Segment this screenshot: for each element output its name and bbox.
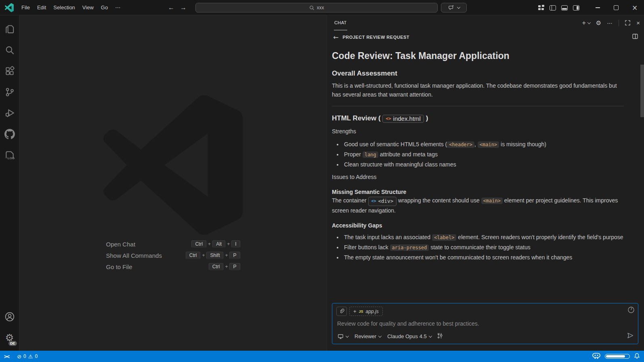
tools-icon[interactable]: [436, 333, 443, 341]
context-picker[interactable]: [336, 333, 350, 340]
section-heading: Overall Assessment: [332, 69, 624, 78]
warning-count: 0: [35, 354, 38, 359]
window-minimize-button[interactable]: [588, 0, 607, 15]
js-file-icon: JS: [359, 309, 363, 314]
maximize-panel-icon[interactable]: [625, 20, 631, 26]
chat-settings-icon[interactable]: ⚙: [596, 19, 601, 27]
inline-code: <main>: [478, 141, 499, 148]
workbench: LOG ⚙ DE Open ChatCtrl+Alt+IShow All Com…: [0, 15, 644, 351]
search-sidebar-icon[interactable]: [0, 40, 19, 61]
bullet-item: Clean structure with meaningful class na…: [343, 160, 624, 169]
menu-file[interactable]: File: [18, 2, 34, 13]
chat-input-text[interactable]: Review code for quality and adherence to…: [337, 320, 633, 327]
source-control-icon[interactable]: [0, 82, 19, 103]
shortcut-keys: Ctrl+Shift+P: [186, 252, 240, 259]
customize-layout-icon[interactable]: [538, 5, 544, 11]
attachments-row: + JS app.js: [336, 307, 634, 316]
menu-go[interactable]: Go: [97, 2, 111, 13]
chevron-down-icon: [457, 5, 460, 8]
window-close-button[interactable]: ×: [625, 0, 644, 15]
model-label: Claude Opus 4.5: [387, 333, 427, 339]
copilot-status-icon[interactable]: [592, 353, 601, 360]
chat-panel: CHAT + ⚙ ⋯ × ← PROJECT REVIEW REQUEST Co…: [327, 15, 644, 351]
log-output-icon[interactable]: LOG: [0, 145, 19, 166]
shortcut-label: Open Chat: [106, 241, 136, 248]
chat-input-box[interactable]: + JS app.js Review code for quality and …: [332, 303, 638, 344]
window-maximize-button[interactable]: [607, 0, 625, 15]
symbol-chip[interactable]: <><div>: [368, 197, 397, 206]
close-panel-icon[interactable]: ×: [636, 19, 640, 26]
scrollbar-thumb[interactable]: [640, 65, 644, 117]
menu-more[interactable]: ⋯: [111, 2, 124, 13]
tab-chat[interactable]: CHAT: [334, 15, 347, 30]
editor-watermark: Open ChatCtrl+Alt+IShow All CommandsCtrl…: [19, 95, 327, 270]
remote-indicator[interactable]: ><: [0, 351, 14, 362]
back-icon[interactable]: ←: [333, 34, 338, 41]
paragraph: This is a well-structured, functional ta…: [332, 81, 624, 99]
shortcut-label: Go to File: [106, 263, 132, 270]
notifications-bell-icon[interactable]: [634, 353, 640, 360]
explorer-icon[interactable]: [0, 19, 19, 40]
monitor-icon: [338, 334, 344, 339]
attachment-chip-appjs[interactable]: + JS app.js: [349, 307, 383, 316]
error-icon: ⊘: [17, 354, 21, 360]
bullet-list: The task input lacks an associated <labe…: [332, 233, 624, 262]
chevron-down-icon: [429, 334, 432, 337]
agent-mode-label: Reviewer: [355, 333, 376, 339]
agent-mode-picker[interactable]: Reviewer: [353, 333, 382, 340]
model-picker[interactable]: Claude Opus 4.5: [386, 333, 433, 340]
back-arrow-icon[interactable]: ←: [168, 4, 174, 11]
quota-progress-bar[interactable]: [605, 354, 630, 359]
menu-edit[interactable]: Edit: [34, 2, 50, 13]
more-actions-icon[interactable]: ⋯: [607, 20, 613, 26]
code-icon: <>: [386, 116, 391, 121]
bullet-item: Filter buttons lack aria-pressed state t…: [343, 243, 624, 252]
svg-text:LOG: LOG: [7, 156, 15, 160]
section-heading: Accessibility Gaps: [332, 222, 624, 229]
attach-button[interactable]: [336, 307, 347, 316]
divider: [332, 106, 624, 106]
toggle-panel-icon[interactable]: [561, 5, 568, 11]
settings-gear-button[interactable]: ⚙ DE: [0, 327, 19, 348]
send-icon[interactable]: [627, 332, 634, 341]
menu-bar: FileEditSelectionViewGo: [18, 0, 111, 15]
menu-view[interactable]: View: [79, 2, 97, 13]
extensions-icon[interactable]: [0, 61, 19, 82]
copilot-chat-button[interactable]: [441, 3, 467, 13]
search-icon: [309, 5, 315, 11]
forward-arrow-icon[interactable]: →: [180, 4, 187, 11]
chip-label: <div>: [378, 197, 394, 205]
inline-code: lang: [363, 152, 378, 158]
shortcut-row: Open ChatCtrl+Alt+I: [106, 240, 240, 248]
inline-code: <header>: [447, 141, 474, 148]
chevron-down-icon: [378, 334, 382, 337]
file-chip[interactable]: <>index.html: [382, 115, 424, 123]
toggle-primary-sidebar-icon[interactable]: [550, 5, 556, 11]
title-bar-left: FileEditSelectionViewGo ⋯: [0, 0, 124, 15]
bullet-item: The empty state announcement won't be co…: [343, 253, 624, 262]
key-separator: +: [225, 253, 228, 258]
activity-bar-bottom: ⚙ DE: [0, 306, 19, 351]
key: Alt: [212, 240, 225, 248]
problems-indicator[interactable]: ⊘ 0 ⚠ 0: [14, 351, 40, 362]
shortcut-row: Show All CommandsCtrl+Shift+P: [106, 252, 240, 259]
paragraph: Issues to Address: [332, 173, 624, 181]
activity-bar: LOG ⚙ DE: [0, 15, 19, 351]
quota-gauge-icon: [627, 306, 635, 315]
inline-code: <main>: [481, 198, 503, 204]
open-in-editor-icon[interactable]: [632, 33, 638, 41]
run-debug-icon[interactable]: [0, 103, 19, 124]
chat-sparkle-icon: [448, 5, 454, 11]
shortcut-keys: Ctrl+P: [209, 263, 240, 270]
menu-selection[interactable]: Selection: [50, 2, 78, 13]
shortcut-row: Go to FileCtrl+P: [106, 263, 240, 270]
history-nav: ← →: [168, 0, 187, 15]
new-chat-button[interactable]: +: [582, 20, 590, 26]
toggle-secondary-sidebar-icon[interactable]: [573, 5, 579, 11]
key: P: [229, 263, 240, 270]
github-icon[interactable]: [0, 124, 19, 145]
keyboard-shortcut-hints: Open ChatCtrl+Alt+IShow All CommandsCtrl…: [106, 240, 240, 270]
command-center-search[interactable]: xxx: [195, 3, 438, 13]
vscode-logo-icon: [5, 3, 14, 12]
account-icon[interactable]: [0, 306, 19, 327]
